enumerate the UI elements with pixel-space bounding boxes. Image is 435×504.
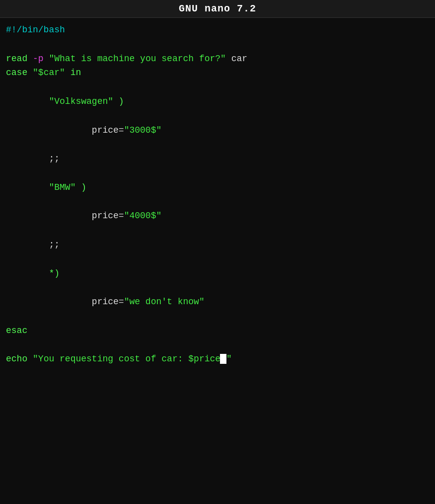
code-line	[6, 252, 429, 266]
code-line	[6, 223, 429, 238]
code-line	[6, 309, 429, 324]
code-line: price="4000$"	[6, 209, 429, 223]
code-line: *)	[6, 266, 429, 281]
code-line: esac	[6, 324, 429, 338]
code-line	[6, 80, 429, 94]
code-line	[6, 166, 429, 180]
code-line	[6, 137, 429, 152]
code-line	[6, 195, 429, 209]
title-bar: GNU nano 7.2	[0, 0, 435, 18]
code-line: ;;	[6, 238, 429, 252]
code-line	[6, 280, 429, 295]
code-line: "Volkswagen" )	[6, 94, 429, 109]
title-text: GNU nano 7.2	[179, 3, 256, 14]
code-line: price="we don't know"	[6, 295, 429, 309]
code-line: "BMW" )	[6, 180, 429, 195]
code-line: echo "You requesting cost of car: $price…	[6, 352, 429, 366]
code-line	[6, 109, 429, 123]
editor-area[interactable]: #!/bin/bash read -p "What is machine you…	[0, 18, 435, 371]
code-line: case "$car" in	[6, 66, 429, 80]
code-line: ;;	[6, 152, 429, 166]
code-line	[6, 37, 429, 52]
code-line: read -p "What is machine you search for?…	[6, 52, 429, 66]
code-line: price="3000$"	[6, 123, 429, 138]
code-line: #!/bin/bash	[6, 23, 429, 37]
code-line	[6, 338, 429, 352]
